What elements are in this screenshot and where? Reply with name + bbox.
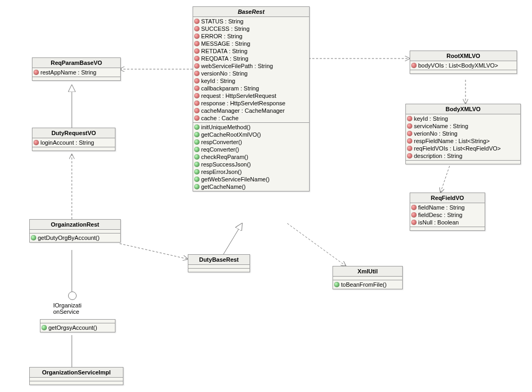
member-text: respErrorJson()	[201, 169, 242, 175]
member-text: keyId : String	[414, 115, 448, 122]
class-bodyxmlvo: BodyXMLVO keyId : StringserviceName : St…	[405, 104, 521, 164]
member-row: fieldName : String	[410, 204, 485, 211]
attrs-section: bodyVOIs : List<BodyXMLVO>	[410, 61, 517, 70]
member-row: REQDATA : String	[193, 55, 309, 62]
member-text: bodyVOIs : List<BodyXMLVO>	[418, 62, 498, 69]
member-text: response : HttpServletResponse	[201, 100, 285, 106]
class-title: RootXMLVO	[410, 51, 517, 61]
methods-section: initUniqueMethod()getCacheRootXmlVO()res…	[193, 123, 309, 191]
attrs-section	[188, 265, 250, 269]
methods-section: getOrgsyAccount()	[40, 323, 115, 332]
member-row: getOrgsyAccount()	[40, 324, 115, 331]
member-row: verionNo : String	[406, 130, 520, 137]
member-row: respFieldName : List<String>	[406, 137, 520, 145]
methods-section	[32, 147, 115, 151]
member-text: restAppName : String	[40, 69, 96, 76]
class-xmlutil: XmlUtil toBeanFromFile()	[332, 266, 403, 289]
member-text: request : HttpServletRequest	[201, 93, 276, 99]
attrs-section: keyId : StringserviceName : Stringverion…	[406, 114, 520, 161]
methods-section: toBeanFromFile()	[333, 280, 402, 289]
attrs-section: restAppName : String	[32, 68, 120, 77]
member-text: getCacheRootXmlVO()	[201, 131, 261, 138]
member-text: STATUS : String	[201, 18, 244, 24]
member-text: callbackparam : String	[201, 85, 259, 91]
member-text: webServiceFilePath : String	[201, 63, 273, 69]
member-text: RETDATA : String	[201, 48, 247, 54]
member-row: checkReqParam()	[193, 153, 309, 161]
attribute-icon	[407, 116, 412, 121]
methods-section	[410, 227, 485, 230]
member-row: respConverter()	[193, 138, 309, 146]
attribute-icon	[411, 220, 417, 225]
class-title: DutyBaseRest	[188, 255, 250, 265]
attribute-icon	[407, 153, 412, 159]
class-title: ReqParamBaseVO	[32, 58, 120, 68]
attribute-icon	[194, 56, 200, 61]
member-row: MESSAGE : String	[193, 40, 309, 47]
attrs-section	[30, 230, 120, 233]
methods-section	[406, 161, 520, 164]
class-title: OrganizationServiceImpl	[30, 368, 123, 378]
attrs-section	[30, 378, 123, 381]
class-reqparambasevo: ReqParamBaseVO restAppName : String	[32, 57, 121, 81]
member-text: respFieldName : List<String>	[414, 138, 489, 144]
member-row: STATUS : String	[193, 18, 309, 25]
member-row: RETDATA : String	[193, 47, 309, 55]
methods-section	[32, 77, 120, 80]
member-row: getCacheRootXmlVO()	[193, 131, 309, 138]
member-row: respSuccessJson()	[193, 161, 309, 168]
member-text: verionNo : String	[414, 130, 458, 137]
member-row: loginAccount : String	[32, 139, 115, 146]
member-text: REQDATA : String	[201, 55, 248, 62]
member-row: description : String	[406, 152, 520, 160]
member-text: fieldDesc : String	[418, 212, 462, 218]
method-icon	[41, 325, 47, 330]
interface-methods: getOrgsyAccount()	[40, 319, 115, 332]
member-text: initUniqueMethod()	[201, 124, 251, 130]
attribute-icon	[194, 48, 200, 54]
member-row: serviceName : String	[406, 122, 520, 130]
member-row: reqFieldVOIs : List<ReqFieldVO>	[406, 145, 520, 152]
attrs-section: loginAccount : String	[32, 138, 115, 147]
method-icon	[31, 235, 36, 240]
member-row: toBeanFromFile()	[333, 281, 402, 288]
member-row: response : HttpServletResponse	[193, 99, 309, 107]
class-dutybaserest: DutyBaseRest	[188, 254, 250, 272]
member-row: respErrorJson()	[193, 168, 309, 176]
member-row: getCacheName()	[193, 183, 309, 190]
member-text: isNull : Boolean	[418, 219, 459, 226]
member-text: loginAccount : String	[40, 139, 94, 146]
member-text: getOrgsyAccount()	[48, 324, 97, 331]
methods-section	[30, 381, 123, 385]
attribute-icon	[194, 93, 200, 98]
attribute-icon	[34, 140, 39, 145]
interface-label: IOrganizati onService	[53, 302, 101, 315]
methods-section: getDutyOrgByAccount()	[30, 233, 120, 242]
member-text: SUCCESS : String	[201, 26, 250, 32]
member-row: bodyVOIs : List<BodyXMLVO>	[410, 62, 517, 69]
method-icon	[194, 169, 200, 174]
methods-section	[188, 269, 250, 272]
class-reqfieldvo: ReqFieldVO fieldName : StringfieldDesc :…	[410, 193, 485, 231]
attribute-icon	[194, 71, 200, 76]
member-row: fieldDesc : String	[410, 211, 485, 219]
member-text: getCacheName()	[201, 184, 246, 190]
member-row: SUCCESS : String	[193, 25, 309, 32]
member-text: toBeanFromFile()	[341, 281, 387, 288]
class-orgainzationrest: OrgainzationRest getDutyOrgByAccount()	[29, 219, 121, 243]
member-text: cache : Cache	[201, 115, 238, 121]
interface-lollipop-icon	[68, 291, 77, 300]
class-dutyrequestvo: DutyRequestVO loginAccount : String	[32, 128, 115, 151]
class-organizationserviceimpl: OrganizationServiceImpl	[29, 367, 123, 385]
member-text: ERROR : String	[201, 33, 243, 39]
member-text: getWebServiceFileName()	[201, 176, 270, 182]
attribute-icon	[407, 138, 412, 144]
class-title: XmlUtil	[333, 266, 402, 277]
member-text: getDutyOrgByAccount()	[38, 235, 99, 241]
member-row: cacheManager : CacheManager	[193, 107, 309, 114]
attribute-icon	[194, 108, 200, 113]
member-row: getWebServiceFileName()	[193, 176, 309, 183]
class-title: OrgainzationRest	[30, 220, 120, 230]
method-icon	[194, 147, 200, 152]
member-text: respSuccessJson()	[201, 161, 251, 168]
